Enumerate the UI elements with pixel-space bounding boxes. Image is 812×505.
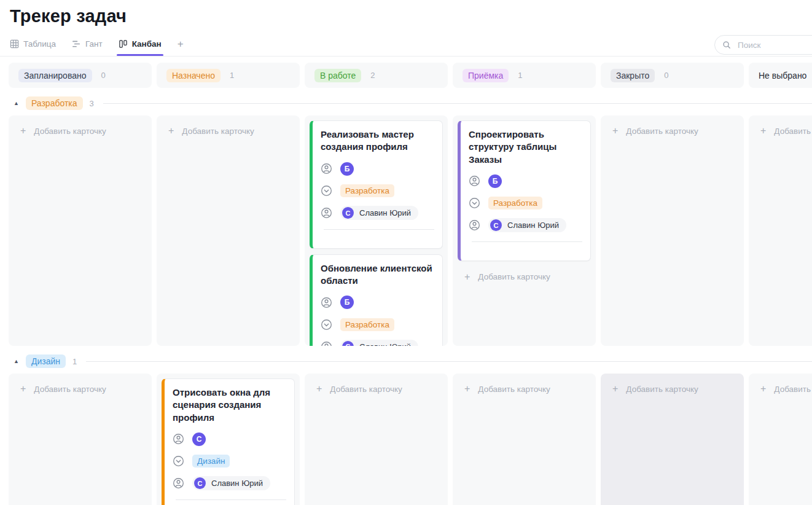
assignee-avatar: С (342, 207, 354, 219)
swimlane-header-design: ▲ Дизайн 1 (14, 354, 812, 369)
card-tag-row: Разработка (321, 317, 434, 332)
chevron-circle-down-icon (469, 197, 480, 209)
status-header-closed[interactable]: Закрыто 0 (601, 63, 744, 88)
status-header-assigned[interactable]: Назначено 1 (157, 63, 300, 88)
add-card-label: Добавить карточку (34, 127, 106, 136)
kanban-column: + Добавить карточку (601, 115, 744, 346)
swimlane-development-row: + Добавить карточку + Добавить карточку … (9, 115, 812, 346)
add-card-button[interactable]: + Добавить карточку (310, 378, 443, 399)
assignee-chip[interactable]: С Славин Юрий (340, 340, 418, 346)
card-author-row: Б (469, 174, 582, 189)
tag-badge[interactable]: Разработка (488, 197, 542, 209)
add-card-label: Добавить карточку (626, 385, 698, 394)
plus-icon: + (168, 126, 174, 136)
plus-icon: + (612, 126, 618, 136)
swimlane-count: 1 (72, 357, 77, 366)
plus-icon: + (760, 384, 766, 394)
tab-label: Канбан (132, 39, 162, 49)
add-card-label: Добавить карточку (182, 127, 254, 136)
swimlane-badge[interactable]: Дизайн (26, 354, 66, 368)
chevron-circle-down-icon (173, 455, 184, 467)
assignee-name: Славин Юрий (359, 208, 411, 217)
status-badge: В работе (314, 69, 361, 82)
add-card-button[interactable]: + Добавить карточку (14, 120, 147, 141)
kanban-column: + Добавить карточку (157, 115, 300, 346)
add-card-button[interactable]: + Добавить карточку (162, 120, 295, 141)
assignee-chip[interactable]: С Славин Юрий (488, 218, 566, 232)
add-card-button[interactable]: + Добавить карточку (458, 267, 591, 288)
plus-icon: + (20, 384, 26, 394)
status-header-accept[interactable]: Приёмка 1 (453, 63, 596, 88)
kanban-card[interactable]: Обновление клиентской области Б Разработ… (310, 254, 443, 346)
add-view-button[interactable]: + (178, 39, 184, 49)
assignee-chip[interactable]: С Славин Юрий (340, 206, 418, 220)
kanban-column: + Добавить карточку (601, 374, 744, 505)
add-card-label: Добавить карточку (330, 385, 402, 394)
add-card-button[interactable]: + Добавить карточку (754, 378, 812, 399)
kanban-card[interactable]: Отрисовать окна для сценария создания пр… (162, 378, 295, 505)
add-card-label: Добавить карточку (478, 272, 550, 281)
tab-kanban[interactable]: Канбан (119, 39, 162, 49)
tab-gantt[interactable]: Гант (72, 39, 103, 49)
status-header-inwork[interactable]: В работе 2 (305, 63, 448, 88)
swimlane-design-row: + Добавить карточку Отрисовать окна для … (9, 374, 812, 505)
user-circle-icon (469, 219, 480, 231)
card-title: Реализовать мастер создания профиля (321, 128, 434, 154)
collapse-caret-icon[interactable]: ▲ (14, 100, 19, 106)
add-card-button[interactable]: + Добавить карточку (606, 378, 739, 399)
kanban-column: + Добавить карточку (9, 115, 152, 346)
assignee-avatar: С (194, 477, 206, 489)
kanban-column: Спроектировать структуру таблицы Заказы … (453, 115, 596, 346)
kanban-column: Реализовать мастер создания профиля Б Ра… (305, 115, 448, 346)
tag-badge[interactable]: Разработка (340, 318, 394, 331)
add-card-label: Добавить карточку (774, 127, 812, 136)
swimlane-divider (86, 361, 812, 362)
card-author-row: Б (321, 162, 434, 176)
tag-badge[interactable]: Дизайн (192, 455, 230, 468)
status-badge: Приёмка (463, 69, 509, 82)
add-card-label: Добавить карточку (478, 385, 550, 394)
collapse-caret-icon[interactable]: ▲ (14, 358, 19, 364)
search-input[interactable] (736, 40, 812, 50)
status-header-planned[interactable]: Запланировано 0 (9, 63, 152, 88)
avatar[interactable]: Б (340, 162, 354, 176)
add-card-button[interactable]: + Добавить карточку (754, 120, 812, 141)
status-count: 1 (518, 71, 522, 80)
status-header-none[interactable]: Не выбрано 0 (749, 63, 812, 88)
user-circle-icon (321, 163, 332, 174)
add-card-label: Добавить карточку (34, 385, 106, 394)
swimlane-badge[interactable]: Разработка (26, 96, 83, 110)
card-footer (173, 500, 286, 505)
status-badge: Назначено (166, 69, 221, 82)
kanban-card[interactable]: Реализовать мастер создания профиля Б Ра… (310, 120, 443, 249)
tab-table[interactable]: Таблица (10, 39, 56, 49)
tag-badge[interactable]: Разработка (340, 184, 394, 197)
card-title: Обновление клиентской области (321, 262, 434, 288)
add-card-button[interactable]: + Добавить карточку (606, 120, 739, 141)
kanban-card[interactable]: Спроектировать структуру таблицы Заказы … (458, 120, 591, 261)
card-author-row: Б (321, 295, 434, 310)
kanban-icon (119, 39, 128, 49)
kanban-column: + Добавить карточку (749, 374, 812, 505)
add-card-button[interactable]: + Добавить карточку (14, 378, 147, 399)
card-tag-row: Разработка (321, 184, 434, 198)
avatar[interactable]: Б (340, 296, 354, 309)
swimlane-divider (103, 103, 812, 104)
card-tag-row: Разработка (469, 196, 582, 211)
table-icon (10, 39, 19, 49)
swimlane-header-development: ▲ Разработка 3 (14, 96, 812, 111)
avatar[interactable]: С (192, 433, 206, 446)
card-footer (321, 230, 434, 248)
user-circle-icon (321, 207, 332, 219)
assignee-name: Славин Юрий (507, 221, 559, 230)
assignee-chip[interactable]: С Славин Юрий (192, 476, 270, 490)
swimlane-count: 3 (90, 99, 94, 108)
user-circle-icon (173, 477, 184, 489)
avatar[interactable]: Б (488, 174, 502, 188)
plus-icon: + (612, 384, 618, 394)
user-circle-icon (321, 341, 332, 346)
chevron-circle-down-icon (321, 319, 332, 331)
search-box[interactable] (714, 35, 812, 55)
status-badge: Закрыто (611, 69, 655, 82)
add-card-button[interactable]: + Добавить карточку (458, 378, 591, 399)
